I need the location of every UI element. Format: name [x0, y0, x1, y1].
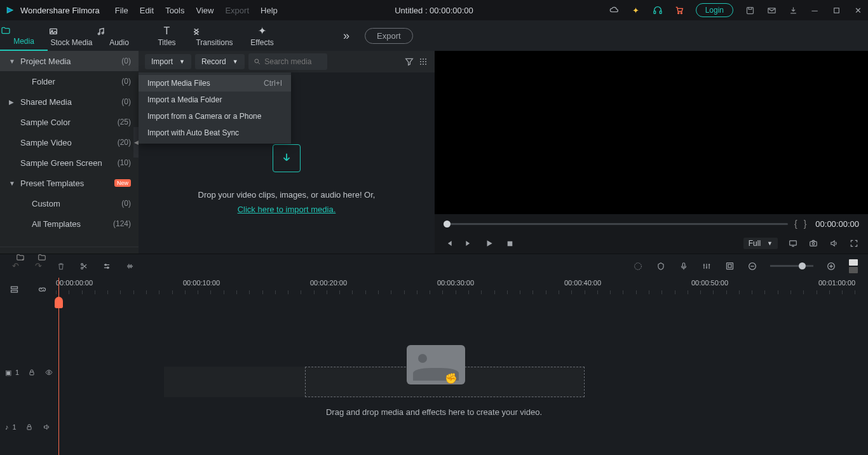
preview-size-select[interactable]: Full▼ — [743, 238, 778, 249]
filter-icon[interactable] — [404, 57, 414, 67]
stop-icon[interactable] — [505, 238, 515, 248]
sidebar-item-sample-video[interactable]: Sample Video(20) — [0, 132, 139, 153]
adjust-icon[interactable] — [102, 261, 112, 271]
svg-point-14 — [425, 58, 426, 60]
visibility-icon[interactable] — [44, 369, 53, 376]
volume-icon[interactable] — [829, 238, 839, 248]
next-frame-icon[interactable] — [464, 238, 474, 248]
zoom-out-icon[interactable] — [747, 261, 757, 271]
import-dropdown[interactable]: Import▼ — [145, 54, 191, 69]
tab-stock-media[interactable]: Stock Media — [48, 27, 95, 51]
snapshot-icon[interactable] — [808, 238, 818, 248]
import-media-files[interactable]: Import Media FilesCtrl+I — [139, 75, 291, 92]
tool-tab-row: Media Stock Media Audio TTitles Transiti… — [0, 20, 868, 51]
menu-view[interactable]: View — [196, 6, 214, 15]
bulb-icon[interactable]: ✦ — [631, 5, 641, 15]
import-auto-beat-sync[interactable]: Import with Auto Beat Sync — [139, 125, 291, 141]
svg-point-18 — [420, 64, 421, 65]
mark-out-icon[interactable]: } — [804, 219, 807, 229]
save-icon[interactable] — [745, 5, 755, 15]
document-title: Untitled : 00:00:00:00 — [395, 6, 473, 15]
zoom-slider[interactable] — [770, 265, 813, 267]
export-button[interactable]: Export — [365, 28, 413, 44]
tab-media[interactable]: Media — [0, 25, 48, 51]
minimize-icon[interactable]: ─ — [810, 5, 820, 15]
voiceover-icon[interactable] — [679, 261, 689, 271]
svg-rect-23 — [810, 241, 817, 246]
lock-icon[interactable] — [28, 369, 36, 376]
preview-scrubber[interactable] — [444, 223, 788, 225]
audio-track-1[interactable]: ♪1 — [0, 416, 868, 438]
display-icon[interactable] — [788, 238, 798, 248]
svg-point-10 — [102, 32, 104, 34]
tracks-icon[interactable] — [9, 284, 19, 294]
close-icon[interactable]: ✕ — [853, 5, 863, 15]
sidebar-bottom-actions — [0, 247, 139, 267]
import-link[interactable]: Click here to import media. — [238, 205, 336, 214]
playhead[interactable] — [58, 278, 59, 455]
cloud-icon[interactable] — [609, 5, 620, 15]
split-icon[interactable] — [79, 261, 89, 271]
link-icon[interactable] — [37, 284, 47, 294]
menu-help[interactable]: Help — [261, 6, 278, 15]
ruler[interactable]: 00:00:00:00 00:00:10:00 00:00:20:00 00:0… — [56, 278, 868, 301]
sidebar-item-shared-media[interactable]: ▶Shared Media(0) — [0, 92, 139, 112]
mail-icon[interactable] — [766, 5, 776, 15]
tab-transitions[interactable]: Transitions — [191, 27, 238, 51]
timeline-ruler: 00:00:00:00 00:00:10:00 00:00:20:00 00:0… — [0, 278, 868, 301]
svg-point-11 — [255, 59, 259, 63]
undo-icon[interactable]: ↶ — [10, 261, 20, 271]
preview-video[interactable] — [435, 51, 868, 214]
new-folder-icon[interactable] — [15, 253, 25, 262]
media-toolbar: Import▼ Record▼ — [139, 51, 435, 72]
mute-icon[interactable] — [42, 423, 51, 431]
import-camera-phone[interactable]: Import from a Camera or a Phone — [139, 108, 291, 125]
tab-titles[interactable]: TTitles — [143, 25, 191, 51]
play-icon[interactable] — [484, 238, 494, 248]
sidebar-item-all-templates[interactable]: All Templates(124) — [0, 214, 139, 234]
render-icon[interactable] — [633, 261, 643, 271]
crop-icon[interactable] — [724, 261, 735, 271]
svg-point-3 — [681, 13, 682, 14]
tab-effects[interactable]: ✦Effects — [238, 25, 286, 51]
maximize-icon[interactable] — [831, 5, 841, 15]
sidebar-item-sample-green-screen[interactable]: Sample Green Screen(10) — [0, 153, 139, 173]
fullscreen-icon[interactable] — [849, 238, 859, 248]
sidebar-item-folder[interactable]: Folder(0) — [0, 71, 139, 92]
headphones-icon[interactable] — [653, 5, 663, 15]
cart-icon[interactable] — [674, 5, 684, 15]
record-dropdown[interactable]: Record▼ — [195, 54, 245, 69]
mixer-icon[interactable] — [702, 261, 712, 271]
panel-toggle[interactable] — [849, 259, 858, 273]
login-button[interactable]: Login — [696, 3, 733, 17]
menu-file[interactable]: File — [115, 6, 128, 15]
media-sidebar: ▼Project Media(0) Folder(0) ▶Shared Medi… — [0, 51, 139, 254]
chevron-down-icon: ▼ — [179, 58, 185, 65]
prev-frame-icon[interactable] — [444, 238, 454, 248]
lock-icon[interactable] — [25, 423, 33, 431]
search-input[interactable] — [264, 57, 322, 66]
menu-tools[interactable]: Tools — [165, 6, 184, 15]
grid-view-icon[interactable] — [418, 57, 428, 67]
app-name: Wondershare Filmora — [20, 6, 100, 15]
sidebar-item-sample-color[interactable]: Sample Color(25) — [0, 112, 139, 132]
download-icon[interactable] — [788, 5, 798, 15]
audio-wave-icon[interactable] — [125, 261, 135, 271]
tab-audio[interactable]: Audio — [95, 27, 143, 51]
search-box[interactable] — [248, 53, 328, 70]
sidebar-item-preset-templates[interactable]: ▼Preset TemplatesNew — [0, 173, 139, 193]
menu-edit[interactable]: Edit — [140, 6, 154, 15]
sidebar-item-custom[interactable]: Custom(0) — [0, 193, 139, 214]
marker-icon[interactable] — [656, 261, 666, 271]
collapse-sidebar-icon[interactable]: ◀ — [133, 127, 139, 158]
sidebar-item-project-media[interactable]: ▼Project Media(0) — [0, 51, 139, 71]
redo-icon[interactable]: ↷ — [33, 261, 43, 271]
folder-icon[interactable] — [37, 253, 47, 262]
svg-point-12 — [420, 58, 421, 60]
mark-in-icon[interactable]: { — [794, 219, 797, 229]
more-tabs-icon[interactable]: » — [343, 29, 349, 43]
import-media-folder[interactable]: Import a Media Folder — [139, 92, 291, 108]
zoom-in-icon[interactable] — [826, 261, 836, 271]
svg-point-16 — [423, 61, 424, 62]
delete-icon[interactable] — [56, 261, 66, 271]
